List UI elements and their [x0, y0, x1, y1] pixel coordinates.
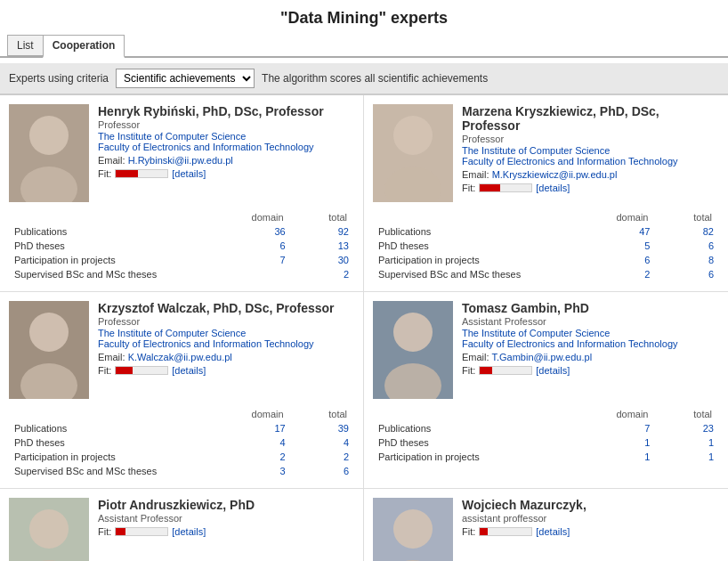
criteria-bar: Experts using criteria Scientific achiev…: [0, 63, 728, 94]
fit-fill: [480, 528, 488, 535]
experts-grid: Henryk Rybiński, PhD, DSc, Professor Pro…: [0, 94, 728, 561]
expert-info: Henryk Rybiński, PhD, DSc, Professor Pro…: [98, 104, 354, 202]
expert-cell: Piotr Andruszkiewicz, PhD Assistant Prof…: [0, 489, 364, 561]
expert-top: Tomasz Gambin, PhD Assistant Professor T…: [373, 301, 719, 399]
expert-cell: Krzysztof Walczak, PhD, DSc, Professor P…: [0, 292, 364, 489]
expert-institute: The Institute of Computer Science: [462, 145, 719, 156]
expert-title: Assistant Professor: [462, 316, 719, 327]
expert-fit: Fit: [details]: [462, 526, 719, 537]
expert-photo: [373, 104, 453, 202]
expert-fit: Fit: [details]: [98, 365, 354, 376]
expert-title: Professor: [98, 119, 354, 130]
fit-fill: [480, 184, 500, 191]
fit-fill: [116, 170, 137, 177]
email-link[interactable]: T.Gambin@ii.pw.edu.pl: [491, 352, 592, 362]
svg-point-1: [29, 116, 69, 155]
details-link[interactable]: [details]: [172, 365, 206, 376]
expert-info: Tomasz Gambin, PhD Assistant Professor T…: [462, 301, 719, 399]
tab-list[interactable]: List: [7, 35, 43, 56]
expert-photo: [9, 301, 89, 399]
expert-top: Henryk Rybiński, PhD, DSc, Professor Pro…: [9, 104, 354, 202]
expert-faculty: Faculty of Electronics and Information T…: [98, 142, 354, 152]
details-link[interactable]: [details]: [536, 365, 570, 376]
expert-title: Professor: [462, 134, 719, 144]
criteria-description: The algorithm scores all scientific achi…: [262, 72, 488, 85]
expert-top: Wojciech Mazurczyk, assistant proffessor…: [373, 498, 719, 561]
expert-faculty: Faculty of Electronics and Information T…: [462, 338, 719, 349]
expert-fit: Fit: [details]: [462, 183, 719, 193]
expert-name: Marzena Kryszkiewicz, PhD, DSc, Professo…: [462, 104, 719, 133]
fit-bar: [115, 169, 168, 178]
svg-point-4: [393, 116, 433, 155]
expert-name: Krzysztof Walczak, PhD, DSc, Professor: [98, 301, 354, 315]
expert-cell: Wojciech Mazurczyk, assistant proffessor…: [364, 489, 728, 561]
svg-point-16: [393, 509, 433, 549]
expert-name: Henryk Rybiński, PhD, DSc, Professor: [98, 104, 354, 118]
expert-email: Email: M.Kryszkiewicz@ii.pw.edu.pl: [462, 169, 719, 180]
expert-top: Marzena Kryszkiewicz, PhD, DSc, Professo…: [373, 104, 719, 202]
expert-title: Assistant Professor: [98, 513, 354, 524]
expert-email: Email: H.Rybinski@ii.pw.edu.pl: [98, 155, 354, 166]
fit-fill: [116, 367, 133, 374]
expert-photo: [373, 301, 453, 399]
expert-name: Piotr Andruszkiewicz, PhD: [98, 498, 354, 512]
svg-point-10: [393, 313, 433, 352]
expert-top: Piotr Andruszkiewicz, PhD Assistant Prof…: [9, 498, 354, 561]
fit-fill: [480, 367, 492, 374]
expert-email: Email: T.Gambin@ii.pw.edu.pl: [462, 352, 719, 362]
tab-bar: List Cooperation: [0, 35, 728, 58]
fit-fill: [116, 528, 125, 535]
details-link[interactable]: [details]: [536, 526, 570, 537]
expert-fit: Fit: [details]: [98, 526, 354, 537]
fit-bar: [479, 527, 532, 536]
expert-name: Tomasz Gambin, PhD: [462, 301, 719, 315]
fit-bar: [115, 366, 168, 375]
expert-faculty: Faculty of Electronics and Information T…: [462, 156, 719, 167]
expert-fit: Fit: [details]: [98, 168, 354, 179]
tab-cooperation[interactable]: Cooperation: [43, 35, 125, 58]
expert-photo: [9, 104, 89, 202]
details-link[interactable]: [details]: [536, 183, 570, 193]
criteria-select[interactable]: Scientific achievementsPublicationsProje…: [116, 69, 255, 88]
expert-faculty: Faculty of Electronics and Information T…: [98, 338, 354, 349]
expert-cell: Henryk Rybiński, PhD, DSc, Professor Pro…: [0, 95, 364, 292]
expert-photo: [9, 498, 89, 561]
email-link[interactable]: K.Walczak@ii.pw.edu.pl: [128, 352, 232, 362]
expert-info: Wojciech Mazurczyk, assistant proffessor…: [462, 498, 719, 561]
expert-name: Wojciech Mazurczyk,: [462, 498, 719, 512]
expert-institute: The Institute of Computer Science: [462, 328, 719, 338]
expert-fit: Fit: [details]: [462, 365, 719, 376]
page-title: "Data Mining" experts: [0, 0, 728, 35]
expert-info: Piotr Andruszkiewicz, PhD Assistant Prof…: [98, 498, 354, 561]
expert-title: assistant proffessor: [462, 513, 719, 524]
expert-title: Professor: [98, 316, 354, 327]
expert-photo: [373, 498, 453, 561]
details-link[interactable]: [details]: [172, 168, 206, 179]
fit-bar: [115, 527, 168, 536]
expert-top: Krzysztof Walczak, PhD, DSc, Professor P…: [9, 301, 354, 399]
email-link[interactable]: M.Kryszkiewicz@ii.pw.edu.pl: [492, 169, 618, 180]
expert-email: Email: K.Walczak@ii.pw.edu.pl: [98, 352, 354, 362]
fit-bar: [479, 366, 532, 375]
expert-cell: Marzena Kryszkiewicz, PhD, DSc, Professo…: [364, 95, 728, 292]
details-link[interactable]: [details]: [172, 526, 206, 537]
expert-institute: The Institute of Computer Science: [98, 131, 354, 142]
expert-info: Marzena Kryszkiewicz, PhD, DSc, Professo…: [462, 104, 719, 202]
criteria-label: Experts using criteria: [9, 72, 109, 85]
email-link[interactable]: H.Rybinski@ii.pw.edu.pl: [128, 155, 233, 166]
expert-institute: The Institute of Computer Science: [98, 328, 354, 338]
expert-info: Krzysztof Walczak, PhD, DSc, Professor P…: [98, 301, 354, 399]
fit-bar: [479, 183, 532, 192]
expert-cell: Tomasz Gambin, PhD Assistant Professor T…: [364, 292, 728, 489]
svg-point-7: [29, 313, 69, 352]
svg-point-13: [29, 509, 69, 549]
